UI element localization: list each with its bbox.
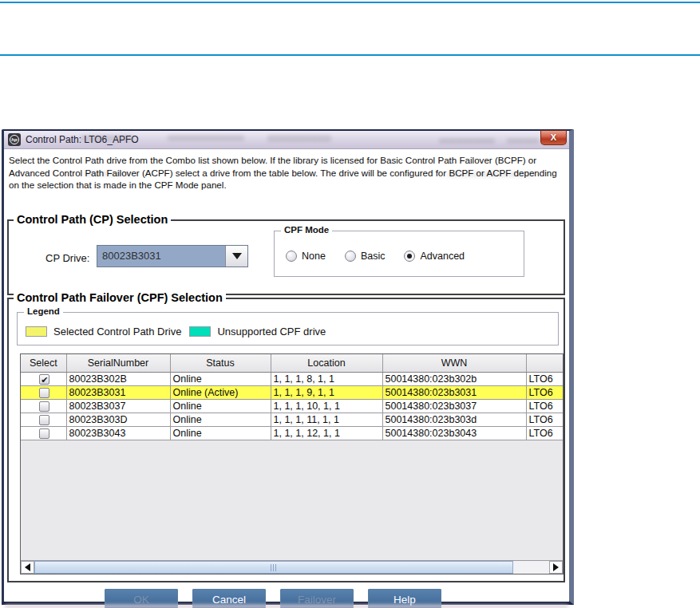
radio-label: None (302, 251, 326, 262)
page: hp Control Path: LTO6_APFO X Select the … (0, 0, 700, 608)
status-cell: Online (170, 413, 271, 426)
drive-table-viewport: SelectSerialNumberStatusLocationWWN ✔800… (21, 354, 563, 560)
blur-artifact (81, 135, 133, 141)
cp-drive-combo[interactable]: 80023B3031 (97, 245, 248, 267)
hp-logo-icon: hp (8, 133, 21, 146)
type-cell: LTO6 (526, 385, 563, 399)
column-header-location[interactable]: Location (271, 354, 382, 372)
close-icon: X (551, 132, 556, 142)
column-header-status[interactable]: Status (170, 354, 271, 372)
checkbox-checked[interactable]: ✔ (39, 374, 49, 385)
legend-group: Legend Selected Control Path DriveUnsupp… (17, 312, 559, 345)
wwn-cell: 50014380:023b3031 (382, 385, 526, 399)
cpf-mode-group-title: CPF Mode (281, 225, 332, 235)
legend-swatch-icon (189, 326, 211, 337)
select-cell (21, 426, 66, 440)
page-rule-top (0, 2, 700, 3)
frame-glow (5, 605, 568, 608)
cp-selection-group: Control Path (CP) Selection CP Drive: 80… (7, 219, 565, 295)
wwn-cell: 50014380:023b303d (382, 413, 526, 426)
legend-group-title: Legend (24, 306, 63, 316)
blur-artifact (267, 135, 331, 142)
close-button[interactable]: X (540, 130, 567, 145)
dialog-content: Select the Control Path drive from the C… (4, 149, 569, 602)
legend-label: Unsupported CPF drive (217, 326, 326, 338)
title-bar[interactable]: hp Control Path: LTO6_APFO X (4, 131, 569, 149)
location-cell: 1, 1, 1, 10, 1, 1 (271, 399, 382, 413)
radio-advanced[interactable]: Advanced (404, 251, 465, 262)
column-header-wwn[interactable]: WWN (382, 354, 526, 372)
legend-label: Selected Control Path Drive (53, 326, 181, 338)
page-rule-middle (0, 54, 700, 56)
scroll-right-button[interactable] (549, 561, 563, 574)
status-cell: Online (170, 426, 271, 440)
serial-cell: 80023B3031 (66, 385, 170, 399)
table-row[interactable]: 80023B3043Online1, 1, 1, 12, 1, 15001438… (21, 426, 563, 440)
select-cell (21, 385, 66, 399)
chevron-down-icon (232, 253, 242, 259)
radio-unselected-icon (345, 251, 356, 262)
location-cell: 1, 1, 1, 12, 1, 1 (271, 426, 382, 440)
scrollbar-thumb[interactable] (34, 561, 513, 574)
control-path-dialog: hp Control Path: LTO6_APFO X Select the … (2, 129, 574, 605)
type-cell: LTO6 (526, 372, 563, 385)
scroll-left-button[interactable] (21, 561, 34, 574)
radio-label: Advanced (420, 251, 465, 262)
type-cell: LTO6 (526, 399, 563, 413)
checkbox-unchecked[interactable] (39, 401, 49, 412)
legend-swatch-icon (26, 326, 47, 337)
type-cell: LTO6 (526, 413, 563, 426)
column-header[interactable] (526, 354, 563, 372)
cpf-mode-group: CPF Mode NoneBasicAdvanced (274, 231, 524, 277)
drive-table: SelectSerialNumberStatusLocationWWN ✔800… (20, 353, 564, 574)
location-cell: 1, 1, 1, 9, 1, 1 (271, 385, 382, 399)
cpf-selection-group: Control Path Failover (CPF) Selection Le… (7, 298, 565, 582)
serial-cell: 80023B3043 (66, 426, 170, 440)
select-cell (21, 413, 66, 426)
radio-unselected-icon (286, 251, 297, 262)
table-row[interactable]: 80023B3031Online (Active)1, 1, 1, 9, 1, … (21, 385, 563, 399)
blur-artifact (439, 138, 495, 144)
status-cell: Online (170, 372, 271, 385)
scrollbar-track[interactable] (34, 561, 549, 574)
legend-items: Selected Control Path DriveUnsupported C… (26, 326, 326, 338)
arrow-right-icon (553, 563, 559, 571)
arrow-left-icon (25, 563, 30, 571)
legend-item: Unsupported CPF drive (189, 326, 326, 338)
type-cell: LTO6 (526, 426, 563, 440)
wwn-cell: 50014380:023b3037 (382, 399, 526, 413)
cpf-selection-group-title: Control Path Failover (CPF) Selection (14, 291, 226, 304)
legend-item: Selected Control Path Drive (26, 326, 181, 338)
table-row[interactable]: 80023B303DOnline1, 1, 1, 11, 1, 15001438… (21, 413, 563, 426)
cp-drive-dropdown-button[interactable] (225, 246, 247, 266)
status-cell: Online (170, 399, 271, 413)
grip-icon (271, 564, 277, 571)
checkbox-unchecked[interactable] (39, 415, 49, 425)
checkbox-unchecked[interactable] (39, 428, 49, 439)
table-row[interactable]: ✔80023B302BOnline1, 1, 1, 8, 1, 15001438… (21, 372, 563, 385)
table-row[interactable]: 80023B3037Online1, 1, 1, 10, 1, 15001438… (21, 399, 563, 413)
radio-selected-icon (404, 251, 415, 262)
wwn-cell: 50014380:023b302b (382, 372, 526, 385)
status-cell: Online (Active) (170, 385, 271, 399)
blur-artifact (168, 135, 244, 141)
select-cell: ✔ (21, 372, 66, 385)
dialog-description: Select the Control Path drive from the C… (9, 154, 566, 191)
cp-selection-group-title: Control Path (CP) Selection (14, 213, 171, 226)
column-header-select[interactable]: Select (21, 354, 66, 372)
wwn-cell: 50014380:023b3043 (382, 426, 526, 440)
select-cell (21, 399, 66, 413)
table-body: ✔80023B302BOnline1, 1, 1, 8, 1, 15001438… (21, 372, 563, 440)
horizontal-scrollbar[interactable] (21, 560, 563, 574)
blur-artifact (507, 138, 539, 144)
location-cell: 1, 1, 1, 8, 1, 1 (271, 372, 382, 385)
radio-basic[interactable]: Basic (345, 251, 386, 262)
serial-cell: 80023B3037 (66, 399, 170, 413)
radio-label: Basic (361, 251, 386, 262)
column-header-serialnumber[interactable]: SerialNumber (66, 354, 170, 372)
serial-cell: 80023B302B (66, 372, 170, 385)
checkbox-unchecked[interactable] (39, 388, 49, 398)
cp-drive-label: CP Drive: (45, 252, 89, 264)
cpf-mode-options: NoneBasicAdvanced (286, 251, 465, 262)
radio-none[interactable]: None (286, 251, 326, 262)
